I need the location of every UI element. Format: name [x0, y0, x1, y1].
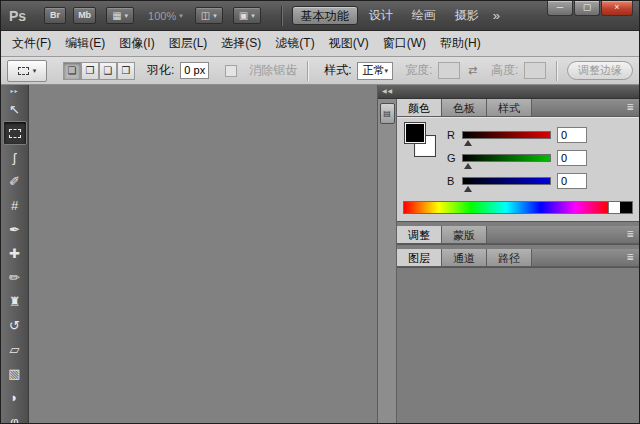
layout-grid-icon: ▦: [112, 11, 121, 21]
workspace-tab[interactable]: 设计: [361, 6, 401, 25]
add-to-selection-button[interactable]: ❐: [81, 62, 99, 80]
gradient-tool[interactable]: ▧: [3, 361, 27, 385]
color-panel-group: 颜色色板样式≣ R0G0B0: [397, 99, 639, 222]
workspace-tab[interactable]: 摄影: [447, 6, 487, 25]
panel-tab[interactable]: 通道: [442, 249, 487, 266]
panel-tab[interactable]: 蒙版: [442, 226, 487, 243]
bridge-button[interactable]: Br: [44, 7, 66, 24]
rectangular-marquee-icon: [9, 129, 21, 138]
zoom-level-value: 100%: [148, 10, 176, 22]
menu-item[interactable]: 选择(S): [214, 31, 268, 56]
menu-item[interactable]: 视图(V): [322, 31, 376, 56]
chevron-down-icon: ▾: [213, 12, 217, 19]
channel-slider[interactable]: [462, 154, 551, 162]
rectangular-marquee-tool[interactable]: [3, 121, 27, 145]
new-selection-button[interactable]: ❏: [63, 62, 81, 80]
menu-item[interactable]: 帮助(H): [433, 31, 488, 56]
panel-tab[interactable]: 样式: [487, 99, 532, 116]
chevron-down-icon: ▾: [125, 12, 129, 19]
tools-panel: ▸▸ ↖ʃ✐#✒✚✏♜↺▱▧◗φ: [1, 85, 29, 423]
color-spectrum-ramp[interactable]: [403, 201, 633, 214]
screen-mode-button[interactable]: ▣ ▾: [233, 7, 261, 24]
slider-thumb[interactable]: [464, 163, 472, 169]
spot-healing-brush-tool[interactable]: ✚: [3, 241, 27, 265]
workspace-tab[interactable]: 基本功能: [292, 6, 358, 25]
layout-picker-button[interactable]: ▦ ▾: [106, 7, 134, 24]
brush-tool[interactable]: ✏: [3, 265, 27, 289]
tool-preset-picker[interactable]: ▾: [7, 60, 47, 82]
layers-panel-tabs: 图层通道路径≣: [397, 249, 639, 267]
color-slider-row: B0: [447, 169, 587, 192]
eyedropper-tool[interactable]: ✒: [3, 217, 27, 241]
feather-input[interactable]: 0 px: [180, 62, 209, 79]
adjustments-panel-group: 调整蒙版≣: [397, 226, 639, 245]
menu-item[interactable]: 文件(F): [5, 31, 58, 56]
style-select[interactable]: 正常 ▾: [357, 62, 393, 80]
intersect-selection-button[interactable]: ❒: [117, 62, 135, 80]
slider-thumb[interactable]: [464, 140, 472, 146]
view-extras-button[interactable]: ◫ ▾: [195, 7, 223, 24]
width-input[interactable]: [438, 62, 460, 79]
color-sliders: R0G0B0: [443, 123, 633, 192]
slider-thumb[interactable]: [464, 186, 472, 192]
menu-item[interactable]: 滤镜(T): [268, 31, 321, 56]
channel-value-input[interactable]: 0: [557, 127, 587, 143]
toolbar-collapse-button[interactable]: ▸▸: [1, 85, 28, 97]
zoom-level-control[interactable]: 100% ▾: [148, 10, 183, 22]
dodge-tool[interactable]: φ: [3, 409, 27, 423]
dock-collapse-button[interactable]: ◀◀: [378, 85, 639, 99]
color-panel-main: R0G0B0: [403, 123, 633, 192]
foreground-color-swatch[interactable]: [405, 123, 425, 143]
panel-tab[interactable]: 颜色: [397, 99, 442, 116]
panel-tab[interactable]: 色板: [442, 99, 487, 116]
refine-edge-button[interactable]: 调整边缘: [567, 61, 633, 80]
eraser-tool[interactable]: ▱: [3, 337, 27, 361]
panel-tab[interactable]: 路径: [487, 249, 532, 266]
panel-menu-icon[interactable]: ≣: [626, 103, 634, 112]
channel-slider[interactable]: [462, 131, 551, 139]
height-input[interactable]: [524, 62, 546, 79]
layers-panel-group: 图层通道路径≣: [397, 249, 639, 268]
adjustments-panel-tabs: 调整蒙版≣: [397, 226, 639, 244]
blur-tool[interactable]: ◗: [3, 385, 27, 409]
panel-icon: ▤: [383, 109, 391, 118]
history-brush-tool[interactable]: ↺: [3, 313, 27, 337]
lasso-tool[interactable]: ʃ: [3, 145, 27, 169]
chevron-down-icon: ▾: [33, 67, 37, 74]
swap-dimensions-icon[interactable]: ⇄: [468, 64, 477, 77]
minimize-button[interactable]: ─: [547, 1, 573, 16]
menu-item[interactable]: 编辑(E): [58, 31, 112, 56]
workspace-switcher: 基本功能设计绘画摄影: [292, 6, 487, 25]
panel-menu-icon[interactable]: ≣: [626, 253, 634, 262]
workspace-tab[interactable]: 绘画: [404, 6, 444, 25]
move-tool[interactable]: ↖: [3, 97, 27, 121]
crop-tool[interactable]: #: [3, 193, 27, 217]
menu-item[interactable]: 图层(L): [162, 31, 215, 56]
menu-item[interactable]: 窗口(W): [376, 31, 433, 56]
workspace-overflow-chevron[interactable]: »: [493, 8, 500, 23]
subtract-from-selection-button[interactable]: ❑: [99, 62, 117, 80]
maximize-button[interactable]: ▢: [574, 1, 600, 16]
move-icon: ↖: [9, 103, 20, 116]
menu-item[interactable]: 图像(I): [112, 31, 161, 56]
channel-slider[interactable]: [462, 177, 551, 185]
selection-mode-buttons: ❏❐❑❒: [63, 62, 135, 80]
mini-bridge-button[interactable]: Mb: [73, 7, 96, 24]
color-slider-row: G0: [447, 146, 587, 169]
channel-value-input[interactable]: 0: [557, 173, 587, 189]
clone-stamp-tool[interactable]: ♜: [3, 289, 27, 313]
ramp-white-swatch: [608, 202, 620, 213]
close-button[interactable]: ×: [601, 1, 633, 16]
quick-selection-tool[interactable]: ✐: [3, 169, 27, 193]
collapsed-panel-button[interactable]: ▤: [380, 103, 395, 124]
channel-value-input[interactable]: 0: [557, 150, 587, 166]
antialias-checkbox[interactable]: [225, 65, 237, 77]
panel-tab-filler: ≣: [532, 249, 639, 266]
panel-tab[interactable]: 调整: [397, 226, 442, 243]
panel-menu-icon[interactable]: ≣: [626, 230, 634, 239]
panel-tab[interactable]: 图层: [397, 249, 442, 266]
canvas-area[interactable]: [29, 85, 377, 423]
chevron-down-icon: ▾: [179, 12, 183, 19]
ramp-black-swatch: [620, 202, 632, 213]
gradient-icon: ▧: [8, 367, 20, 380]
